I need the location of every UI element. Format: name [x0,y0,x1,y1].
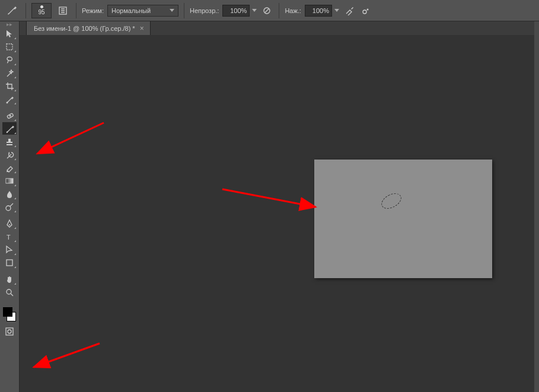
brush-picker[interactable]: 95 [31,3,52,18]
document-tab-title: Без имени-1 @ 100% (Гр.сер./8) * [34,25,135,32]
eyedropper-tool[interactable] [2,93,17,105]
svg-rect-7 [7,144,12,145]
chevron-down-icon[interactable] [252,9,257,12]
brush-size-value: 95 [38,9,44,15]
opacity-pressure-toggle[interactable] [260,4,273,17]
canvas-stage[interactable] [27,35,539,392]
mode-label: Режим: [82,7,104,14]
size-pressure-toggle[interactable] [359,4,372,17]
document-canvas[interactable] [314,160,492,278]
svg-point-2 [363,10,366,14]
crop-tool[interactable] [2,79,17,92]
svg-point-13 [7,289,11,294]
svg-line-18 [222,189,315,207]
marquee-tool[interactable] [2,40,17,53]
history-brush-tool[interactable] [2,148,17,161]
eraser-tool[interactable] [2,161,17,174]
hand-tool[interactable] [2,273,17,285]
blend-mode-select[interactable]: Нормальный [107,5,178,17]
chevron-down-icon [170,9,174,12]
flow-label: Наж.: [285,7,301,14]
tool-preset-picker[interactable] [4,3,20,18]
shape-tool[interactable] [2,256,17,269]
heal-tool[interactable] [2,109,17,122]
lasso-tool[interactable] [2,53,17,66]
color-swatches[interactable] [2,306,17,323]
move-tool[interactable] [2,27,17,40]
close-icon[interactable]: × [140,24,144,33]
type-tool[interactable]: T [2,230,17,243]
canvas-area: Без имени-1 @ 100% (Гр.сер./8) * × [20,21,539,392]
brush-panel-toggle[interactable] [55,4,71,18]
foreground-color[interactable] [3,307,12,317]
svg-rect-8 [6,179,13,183]
marquee-selection [379,190,404,212]
blend-mode-value: Нормальный [111,7,151,14]
svg-point-10 [9,224,10,225]
brush-tool[interactable] [2,122,17,135]
svg-point-9 [6,206,11,211]
airbrush-toggle[interactable] [343,4,356,17]
opacity-label: Непрозр.: [190,7,219,14]
chevron-down-icon[interactable] [334,9,339,12]
options-bar: 95 Режим: Нормальный Непрозр.: 100% Наж.… [0,0,539,21]
document-tab[interactable]: Без имени-1 @ 100% (Гр.сер./8) * × [27,21,151,35]
toolbar: ▸▸ T [0,21,20,392]
stamp-tool[interactable] [2,135,17,148]
svg-point-5 [7,101,8,103]
dodge-tool[interactable] [2,200,17,213]
quickmask-toggle[interactable] [2,325,17,337]
svg-rect-14 [6,328,13,335]
flow-input[interactable]: 100% [305,5,332,17]
toolbar-grip[interactable]: ▸▸ [0,21,19,27]
svg-rect-4 [7,44,12,50]
annotation-arrow [27,35,323,392]
panel-dock-collapsed[interactable] [534,21,539,392]
svg-text:T: T [7,234,11,241]
pen-tool[interactable] [2,217,17,230]
zoom-tool[interactable] [2,286,17,298]
svg-line-17 [37,123,104,154]
svg-rect-12 [7,260,12,266]
path-select-tool[interactable] [2,243,17,256]
svg-point-15 [8,330,11,333]
document-tabs: Без имени-1 @ 100% (Гр.сер./8) * × [20,21,539,35]
gradient-tool[interactable] [2,174,17,187]
svg-point-3 [366,8,368,10]
blur-tool[interactable] [2,187,17,200]
svg-line-19 [34,343,100,367]
opacity-input[interactable]: 100% [222,5,250,17]
wand-tool[interactable] [2,66,17,79]
